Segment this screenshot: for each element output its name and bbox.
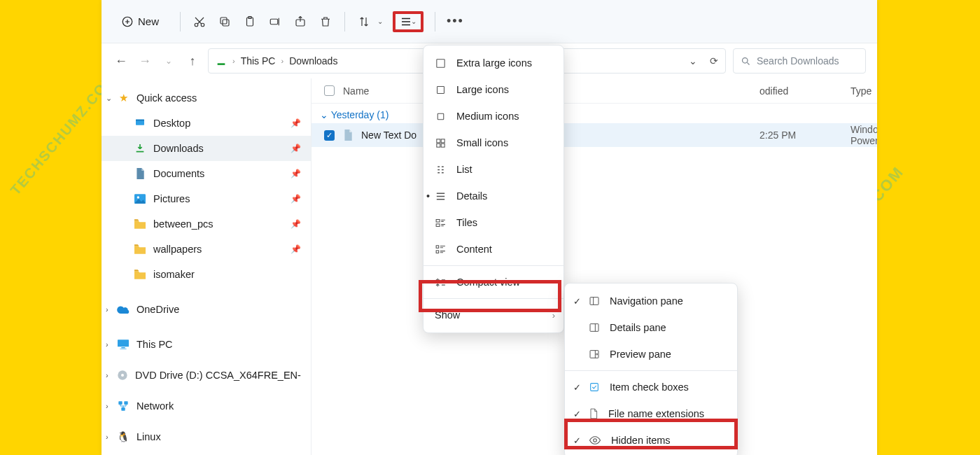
svg-rect-34 xyxy=(590,324,598,332)
sort-icon[interactable] xyxy=(356,14,372,29)
breadcrumb-folder[interactable]: Downloads xyxy=(289,55,337,66)
separator xyxy=(180,12,181,31)
sidebar-item-pictures[interactable]: Pictures 📌 xyxy=(102,186,311,211)
submenu-navigation-pane[interactable]: ✓ Navigation pane xyxy=(565,288,737,314)
new-button[interactable]: New xyxy=(111,11,169,32)
menu-tiles[interactable]: Tiles xyxy=(424,209,564,236)
check-icon: ✓ xyxy=(573,435,581,446)
show-submenu: ✓ Navigation pane Details pane Preview p… xyxy=(564,283,738,455)
menu-label: List xyxy=(456,164,472,175)
sidebar-item-between[interactable]: between_pcs 📌 xyxy=(102,211,311,237)
forward-button[interactable]: → xyxy=(136,54,153,69)
pin-icon: 📌 xyxy=(290,118,301,128)
submenu-label: Item check boxes xyxy=(610,382,689,393)
grid-icon xyxy=(435,57,447,69)
submenu-label: File name extensions xyxy=(608,408,704,419)
svg-point-36 xyxy=(596,354,598,355)
group-header[interactable]: ⌄ Yesterday (1) xyxy=(312,104,877,123)
navigation-pane: ⌄ ★ Quick access Desktop 📌 Downloads 📌 D… xyxy=(102,78,312,455)
submenu-file-name-extensions[interactable]: ✓ File name extensions xyxy=(565,400,737,427)
network-icon xyxy=(117,400,130,412)
menu-show[interactable]: Show › xyxy=(424,302,564,328)
menu-details[interactable]: Details xyxy=(424,183,564,209)
plus-circle-icon xyxy=(121,15,134,28)
view-button[interactable]: ⌄ xyxy=(393,11,424,32)
sidebar-item-documents[interactable]: Documents 📌 xyxy=(102,161,311,186)
file-row[interactable]: ✓ New Text Do 2:25 PM Windows PowerS... … xyxy=(312,123,877,147)
sidebar-item-this-pc[interactable]: › This PC xyxy=(102,332,311,357)
svg-rect-21 xyxy=(121,407,125,411)
menu-content[interactable]: Content xyxy=(424,236,564,262)
eye-icon xyxy=(589,435,601,445)
rename-icon[interactable] xyxy=(267,14,283,29)
select-all-checkbox[interactable] xyxy=(324,85,335,96)
folder-icon xyxy=(134,268,146,281)
sidebar-item-onedrive[interactable]: › OneDrive xyxy=(102,297,311,322)
svg-rect-16 xyxy=(120,349,126,349)
share-icon[interactable] xyxy=(293,14,308,29)
copy-icon[interactable] xyxy=(217,14,232,29)
documents-icon xyxy=(134,167,146,180)
submenu-details-pane[interactable]: Details pane xyxy=(565,314,737,341)
sidebar-item-linux[interactable]: › 🐧 Linux xyxy=(102,424,311,449)
submenu-hidden-items[interactable]: ✓ Hidden items xyxy=(565,427,737,454)
back-button[interactable]: ← xyxy=(113,54,130,69)
svg-point-38 xyxy=(594,439,597,442)
column-type[interactable]: Type xyxy=(850,85,872,97)
sidebar-item-isomaker[interactable]: isomaker xyxy=(102,262,311,287)
menu-large-icons[interactable]: Large icons xyxy=(424,76,564,103)
sidebar-quick-access[interactable]: ⌄ ★ Quick access xyxy=(102,85,311,111)
column-header-row: Name odified Type Size xyxy=(312,78,877,104)
cut-icon[interactable] xyxy=(192,14,207,29)
breadcrumb-root[interactable]: This PC xyxy=(241,55,276,66)
menu-label: Small icons xyxy=(456,137,508,148)
group-label: Yesterday (1) xyxy=(331,109,389,120)
panel-icon xyxy=(589,349,600,360)
file-name: New Text Do xyxy=(361,130,416,141)
up-button[interactable]: ↑ xyxy=(184,54,201,69)
submenu-item-check-boxes[interactable]: ✓ Item check boxes xyxy=(565,374,737,400)
svg-rect-22 xyxy=(437,59,444,66)
search-box[interactable]: Search Downloads xyxy=(733,48,866,74)
chevron-right-icon: › xyxy=(106,371,108,379)
menu-label: Compact view xyxy=(456,276,520,288)
separator xyxy=(565,370,737,371)
menu-medium-icons[interactable]: Medium icons xyxy=(424,103,564,130)
sidebar-label: Quick access xyxy=(136,92,197,104)
submenu-preview-pane[interactable]: Preview pane xyxy=(565,341,737,368)
chevron-right-icon: › xyxy=(106,340,108,349)
paste-icon[interactable] xyxy=(242,14,258,29)
menu-label: Tiles xyxy=(456,217,477,228)
menu-extra-large-icons[interactable]: Extra large icons xyxy=(424,50,564,76)
menu-small-icons[interactable]: Small icons xyxy=(424,130,564,156)
chevron-down-icon[interactable]: ⌄ xyxy=(689,55,697,66)
folder-icon xyxy=(134,218,146,230)
svg-rect-26 xyxy=(441,139,444,142)
chevron-down-icon[interactable]: ⌄ xyxy=(377,18,383,25)
svg-rect-3 xyxy=(223,20,229,26)
grid-icon xyxy=(435,84,447,96)
menu-label: Content xyxy=(456,244,492,255)
menu-compact-view[interactable]: Compact view xyxy=(424,269,564,295)
sidebar-item-network[interactable]: › Network xyxy=(102,393,311,419)
history-dropdown[interactable]: ⌄ xyxy=(160,56,177,66)
svg-rect-24 xyxy=(438,113,444,120)
file-icon xyxy=(342,129,354,141)
menu-list[interactable]: List xyxy=(424,156,564,183)
grid-icon xyxy=(435,111,447,122)
refresh-icon[interactable]: ⟳ xyxy=(710,55,718,66)
sidebar-item-downloads[interactable]: Downloads 📌 xyxy=(102,136,311,161)
submenu-label: Details pane xyxy=(610,322,666,333)
sidebar-item-desktop[interactable]: Desktop 📌 xyxy=(102,111,311,136)
column-modified[interactable]: odified xyxy=(760,85,788,97)
compact-icon xyxy=(435,276,447,288)
more-button[interactable]: ••• xyxy=(447,14,464,29)
sidebar-label: OneDrive xyxy=(136,304,179,315)
sidebar-item-dvd[interactable]: › DVD Drive (D:) CCSA_X64FRE_EN-US_D xyxy=(102,363,311,388)
file-type: Windows PowerS... xyxy=(850,124,877,146)
row-checkbox[interactable]: ✓ xyxy=(324,130,335,141)
sidebar-item-wallpapers[interactable]: wallpapers 📌 xyxy=(102,237,311,262)
delete-icon[interactable] xyxy=(318,14,333,29)
menu-label: Large icons xyxy=(456,84,509,95)
submenu-label: Navigation pane xyxy=(610,295,683,307)
